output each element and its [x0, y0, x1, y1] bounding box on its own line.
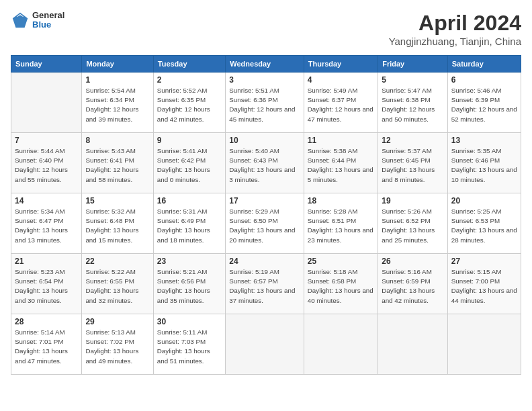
day-info: Sunrise: 5:47 AMSunset: 6:38 PMDaylight:…: [382, 87, 435, 123]
calendar-cell-5-3: 30Sunrise: 5:11 AMSunset: 7:03 PMDayligh…: [153, 314, 226, 375]
week-row-2: 7Sunrise: 5:44 AMSunset: 6:40 PMDaylight…: [11, 133, 521, 193]
calendar-cell-3-1: 14Sunrise: 5:34 AMSunset: 6:47 PMDayligh…: [11, 193, 82, 254]
day-info: Sunrise: 5:14 AMSunset: 7:01 PMDaylight:…: [15, 328, 68, 365]
day-number: 29: [85, 317, 149, 326]
day-number: 17: [229, 196, 300, 205]
calendar-cell-5-5: [304, 314, 378, 375]
day-info: Sunrise: 5:28 AMSunset: 6:51 PMDaylight:…: [308, 208, 373, 244]
day-info: Sunrise: 5:35 AMSunset: 6:46 PMDaylight:…: [451, 147, 517, 183]
calendar-cell-3-7: 20Sunrise: 5:25 AMSunset: 6:53 PMDayligh…: [447, 193, 521, 254]
calendar-cell-2-3: 9Sunrise: 5:41 AMSunset: 6:42 PMDaylight…: [153, 133, 226, 193]
calendar-cell-4-2: 22Sunrise: 5:22 AMSunset: 6:55 PMDayligh…: [82, 254, 153, 314]
day-info: Sunrise: 5:51 AMSunset: 6:36 PMDaylight:…: [229, 87, 295, 123]
calendar-cell-1-6: 5Sunrise: 5:47 AMSunset: 6:38 PMDaylight…: [378, 73, 448, 133]
day-number: 5: [382, 75, 444, 85]
weekday-header-row: Sunday Monday Tuesday Wednesday Thursday…: [11, 56, 521, 73]
calendar-cell-1-7: 6Sunrise: 5:46 AMSunset: 6:39 PMDaylight…: [447, 73, 521, 133]
day-number: 21: [15, 257, 78, 266]
day-number: 10: [229, 136, 300, 145]
calendar-cell-1-1: [11, 73, 82, 133]
calendar-cell-1-5: 4Sunrise: 5:49 AMSunset: 6:37 PMDaylight…: [304, 73, 378, 133]
logo-general-text: General: [32, 11, 64, 20]
day-number: 27: [451, 257, 517, 266]
day-number: 7: [15, 136, 78, 145]
day-info: Sunrise: 5:34 AMSunset: 6:47 PMDaylight:…: [15, 208, 68, 244]
day-number: 26: [382, 257, 444, 266]
calendar-cell-3-2: 15Sunrise: 5:32 AMSunset: 6:48 PMDayligh…: [82, 193, 153, 254]
day-info: Sunrise: 5:49 AMSunset: 6:37 PMDaylight:…: [308, 87, 373, 123]
day-number: 6: [451, 75, 517, 85]
day-info: Sunrise: 5:44 AMSunset: 6:40 PMDaylight:…: [15, 147, 68, 183]
calendar-cell-5-2: 29Sunrise: 5:13 AMSunset: 7:02 PMDayligh…: [82, 314, 153, 375]
day-number: 18: [308, 196, 374, 205]
day-info: Sunrise: 5:54 AMSunset: 6:34 PMDaylight:…: [85, 87, 138, 123]
calendar-cell-5-4: [226, 314, 304, 375]
day-info: Sunrise: 5:15 AMSunset: 7:00 PMDaylight:…: [451, 268, 517, 304]
week-row-3: 14Sunrise: 5:34 AMSunset: 6:47 PMDayligh…: [11, 193, 521, 254]
day-info: Sunrise: 5:46 AMSunset: 6:39 PMDaylight:…: [451, 87, 517, 123]
day-info: Sunrise: 5:22 AMSunset: 6:55 PMDaylight:…: [85, 268, 138, 304]
calendar-cell-4-3: 23Sunrise: 5:21 AMSunset: 6:56 PMDayligh…: [153, 254, 226, 314]
day-info: Sunrise: 5:25 AMSunset: 6:53 PMDaylight:…: [451, 208, 517, 244]
day-info: Sunrise: 5:29 AMSunset: 6:50 PMDaylight:…: [229, 208, 295, 244]
day-number: 12: [382, 136, 444, 145]
day-info: Sunrise: 5:40 AMSunset: 6:43 PMDaylight:…: [229, 147, 295, 183]
calendar-cell-4-6: 26Sunrise: 5:16 AMSunset: 6:59 PMDayligh…: [378, 254, 448, 314]
header-saturday: Saturday: [447, 56, 521, 73]
title-section: April 2024 Yangjinzhuang, Tianjin, China: [389, 11, 521, 47]
calendar-cell-4-7: 27Sunrise: 5:15 AMSunset: 7:00 PMDayligh…: [447, 254, 521, 314]
day-info: Sunrise: 5:43 AMSunset: 6:41 PMDaylight:…: [85, 147, 138, 183]
day-info: Sunrise: 5:41 AMSunset: 6:42 PMDaylight:…: [157, 147, 210, 183]
calendar-table: Sunday Monday Tuesday Wednesday Thursday…: [11, 55, 521, 375]
day-number: 24: [229, 257, 300, 266]
day-number: 23: [157, 257, 222, 266]
day-number: 11: [308, 136, 374, 145]
calendar-cell-2-5: 11Sunrise: 5:38 AMSunset: 6:44 PMDayligh…: [304, 133, 378, 193]
day-info: Sunrise: 5:13 AMSunset: 7:02 PMDaylight:…: [85, 328, 138, 365]
logo-blue-text: Blue: [32, 20, 64, 30]
day-number: 25: [308, 257, 374, 266]
calendar-cell-3-4: 17Sunrise: 5:29 AMSunset: 6:50 PMDayligh…: [226, 193, 304, 254]
header-sunday: Sunday: [11, 56, 82, 73]
day-number: 22: [85, 257, 149, 266]
logo: General Blue: [11, 11, 64, 30]
calendar-cell-4-1: 21Sunrise: 5:23 AMSunset: 6:54 PMDayligh…: [11, 254, 82, 314]
logo-text: General Blue: [32, 11, 64, 30]
day-number: 3: [229, 75, 300, 85]
day-info: Sunrise: 5:37 AMSunset: 6:45 PMDaylight:…: [382, 147, 435, 183]
logo-icon: [11, 11, 30, 30]
header-monday: Monday: [82, 56, 153, 73]
location-title: Yangjinzhuang, Tianjin, China: [389, 36, 521, 47]
day-info: Sunrise: 5:32 AMSunset: 6:48 PMDaylight:…: [85, 208, 138, 244]
header-thursday: Thursday: [304, 56, 378, 73]
calendar-cell-4-5: 25Sunrise: 5:18 AMSunset: 6:58 PMDayligh…: [304, 254, 378, 314]
day-info: Sunrise: 5:23 AMSunset: 6:54 PMDaylight:…: [15, 268, 68, 304]
day-number: 9: [157, 136, 222, 145]
day-info: Sunrise: 5:52 AMSunset: 6:35 PMDaylight:…: [157, 87, 210, 123]
day-info: Sunrise: 5:31 AMSunset: 6:49 PMDaylight:…: [157, 208, 210, 244]
day-info: Sunrise: 5:18 AMSunset: 6:58 PMDaylight:…: [308, 268, 373, 304]
day-info: Sunrise: 5:11 AMSunset: 7:03 PMDaylight:…: [157, 328, 210, 365]
header-wednesday: Wednesday: [226, 56, 304, 73]
calendar-cell-4-4: 24Sunrise: 5:19 AMSunset: 6:57 PMDayligh…: [226, 254, 304, 314]
day-number: 15: [85, 196, 149, 205]
day-info: Sunrise: 5:26 AMSunset: 6:52 PMDaylight:…: [382, 208, 435, 244]
calendar-cell-3-6: 19Sunrise: 5:26 AMSunset: 6:52 PMDayligh…: [378, 193, 448, 254]
week-row-1: 1Sunrise: 5:54 AMSunset: 6:34 PMDaylight…: [11, 73, 521, 133]
day-number: 13: [451, 136, 517, 145]
week-row-5: 28Sunrise: 5:14 AMSunset: 7:01 PMDayligh…: [11, 314, 521, 375]
calendar-cell-2-7: 13Sunrise: 5:35 AMSunset: 6:46 PMDayligh…: [447, 133, 521, 193]
day-info: Sunrise: 5:19 AMSunset: 6:57 PMDaylight:…: [229, 268, 295, 304]
calendar-cell-5-7: [447, 314, 521, 375]
calendar-cell-1-2: 1Sunrise: 5:54 AMSunset: 6:34 PMDaylight…: [82, 73, 153, 133]
header-friday: Friday: [378, 56, 448, 73]
calendar-cell-2-4: 10Sunrise: 5:40 AMSunset: 6:43 PMDayligh…: [226, 133, 304, 193]
calendar-cell-5-6: [378, 314, 448, 375]
calendar-cell-2-1: 7Sunrise: 5:44 AMSunset: 6:40 PMDaylight…: [11, 133, 82, 193]
month-title: April 2024: [389, 11, 521, 36]
day-info: Sunrise: 5:21 AMSunset: 6:56 PMDaylight:…: [157, 268, 210, 304]
day-number: 28: [15, 317, 78, 326]
day-number: 1: [85, 75, 149, 85]
calendar-cell-1-3: 2Sunrise: 5:52 AMSunset: 6:35 PMDaylight…: [153, 73, 226, 133]
day-number: 14: [15, 196, 78, 205]
